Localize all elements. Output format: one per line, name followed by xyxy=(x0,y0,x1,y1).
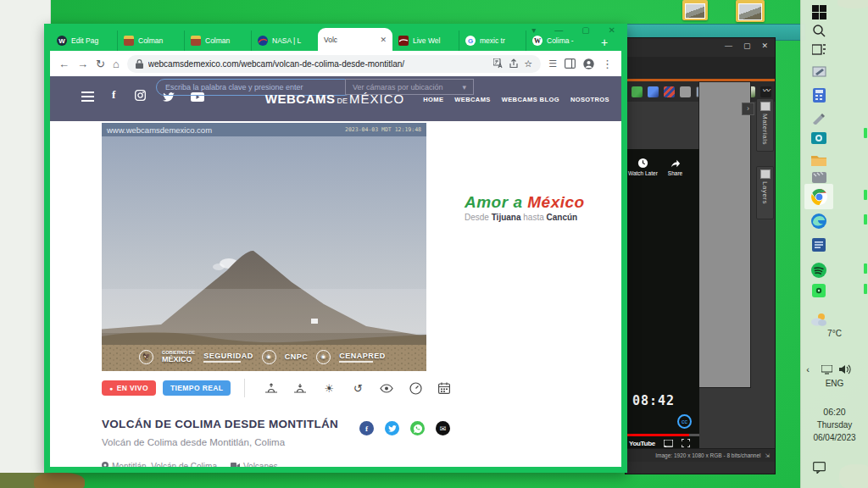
edge-app-icon[interactable] xyxy=(809,211,829,231)
forward-button[interactable]: → xyxy=(77,58,88,69)
tab-colman-2[interactable]: Colman xyxy=(184,30,251,51)
search-icon[interactable] xyxy=(809,20,829,41)
office-app-icon[interactable] xyxy=(809,235,829,255)
clock-time[interactable]: 06:20 xyxy=(801,407,868,417)
new-tab-button[interactable]: + xyxy=(601,34,608,51)
hamburger-menu-icon[interactable] xyxy=(81,90,94,105)
close-tab-icon[interactable]: ✕ xyxy=(380,36,387,44)
editor-canvas[interactable] xyxy=(698,81,751,388)
nav-webcams-blog[interactable]: WEBCAMS BLOG xyxy=(502,96,559,103)
map-pin-icon xyxy=(102,462,108,467)
live-badge[interactable]: ● EN VIVO xyxy=(102,380,156,396)
youtube-player[interactable]: Watch Later Share 08:42 cc YouTube xyxy=(626,149,699,448)
cast-icon[interactable] xyxy=(664,440,673,447)
tab-google-search[interactable]: G mexic tr xyxy=(459,30,526,51)
eye-icon[interactable] xyxy=(372,384,401,393)
language-indicator[interactable]: ENG xyxy=(801,379,868,388)
editor-maximize-button[interactable]: ▢ xyxy=(743,42,751,50)
video-progress-bar[interactable] xyxy=(626,434,699,436)
fullscreen-icon[interactable] xyxy=(682,439,690,447)
background-window xyxy=(0,0,51,473)
materials-dock-tab[interactable]: Materials xyxy=(756,98,774,152)
tab-edit-page[interactable]: W Edit Pag xyxy=(51,30,117,51)
address-bar[interactable]: webcamsdemexico.com/webcam/volcan-de-col… xyxy=(127,55,541,73)
spotify-app-icon[interactable] xyxy=(809,260,829,280)
browser-menu-icon[interactable]: ⋮ xyxy=(602,58,613,69)
start-button[interactable] xyxy=(809,2,829,22)
layers-dock-tab[interactable]: Layers xyxy=(756,166,774,219)
site-logo[interactable]: WEBCAMSDEMÉXICO xyxy=(259,92,411,107)
promo-banner[interactable]: Amor a México Desde Tijuana hasta Cancún xyxy=(465,193,613,222)
tab-nasa[interactable]: NASA | L xyxy=(251,30,318,51)
twitter-share-button[interactable] xyxy=(385,421,399,435)
whiteboard-app-icon[interactable] xyxy=(809,61,829,81)
share-button[interactable]: Share xyxy=(668,158,682,176)
sun-icon[interactable]: ☀ xyxy=(314,382,343,395)
tab-live-webcam[interactable]: Live Wel xyxy=(392,30,459,51)
stripes-tool-icon[interactable] xyxy=(664,86,675,97)
sunrise-icon[interactable] xyxy=(257,382,286,394)
site-header: f Ver cámaras por ubicación ▾ WEBCAMSDEM… xyxy=(50,76,621,121)
email-share-button[interactable]: ✉ xyxy=(436,421,450,435)
brush-icon[interactable] xyxy=(648,86,659,97)
side-panel-icon[interactable] xyxy=(565,58,576,69)
weather-temp-label[interactable]: 7°C xyxy=(801,329,868,338)
watch-later-button[interactable]: Watch Later xyxy=(628,158,658,176)
folder-thumbnail xyxy=(738,3,762,20)
monitor-tray-icon[interactable] xyxy=(816,359,837,380)
nav-webcams[interactable]: WEBCAMS xyxy=(454,96,490,103)
selection-tool-icon[interactable] xyxy=(680,86,691,97)
clock-day[interactable]: Thursday xyxy=(801,420,868,430)
youtube-logo[interactable]: YouTube xyxy=(629,440,655,447)
category-tag[interactable]: Volcanes xyxy=(231,462,278,467)
webcam-image[interactable]: www.webcamsdemexico.com 2023-04-03 MDT 1… xyxy=(102,123,426,371)
weather-icon[interactable] xyxy=(809,310,829,330)
profile-avatar[interactable] xyxy=(583,58,594,69)
pen-tool-app-icon[interactable] xyxy=(809,108,829,129)
page-title: VOLCÁN DE COLIMA DESDE MONTITLÁN xyxy=(102,418,338,430)
desktop-folder-icon[interactable] xyxy=(736,0,765,22)
bookmark-star-icon[interactable]: ☆ xyxy=(524,58,532,69)
compass-icon[interactable] xyxy=(401,382,430,395)
green-utility-app-icon[interactable] xyxy=(809,280,829,301)
tray-expand-chevron[interactable]: ‹ xyxy=(801,359,815,380)
gobierno-eagle-icon: 🦅 xyxy=(139,350,153,364)
camera-app-icon[interactable] xyxy=(809,128,829,148)
nav-home[interactable]: HOME xyxy=(423,96,443,103)
editor-close-button[interactable]: ✕ xyxy=(761,42,768,50)
new-image-icon[interactable] xyxy=(632,86,643,97)
facebook-icon[interactable]: f xyxy=(112,88,115,102)
facebook-share-button[interactable]: f xyxy=(359,421,374,435)
nav-nosotros[interactable]: NOSOTROS xyxy=(570,96,609,103)
tag-row: Montitlán, Volcán de Colima Volcanes xyxy=(102,462,278,467)
instagram-icon[interactable] xyxy=(135,89,146,104)
reading-list-icon[interactable]: ☰ xyxy=(548,59,557,69)
sunset-icon[interactable] xyxy=(286,382,314,394)
calendar-icon[interactable] xyxy=(430,382,459,394)
clock-date[interactable]: 06/04/2023 xyxy=(801,433,868,442)
signature-tool-icon[interactable]: 〰 xyxy=(760,86,771,97)
desktop-folder-icon[interactable] xyxy=(682,0,708,20)
realtime-button[interactable]: TIEMPO REAL xyxy=(163,380,231,396)
location-tag[interactable]: Montitlán, Volcán de Colima xyxy=(102,462,217,467)
editor-minimize-button[interactable]: — xyxy=(725,42,732,50)
chrome-app-icon[interactable] xyxy=(809,186,829,207)
reload-button[interactable]: ↻ xyxy=(96,58,105,69)
calculator-app-icon[interactable] xyxy=(809,85,829,105)
browser-window: ▾ — ▢ ✕ W Edit Pag Colman Colman NASA | … xyxy=(44,24,627,473)
whatsapp-share-button[interactable] xyxy=(410,421,425,435)
subtitles-icon[interactable]: cc xyxy=(677,414,692,429)
tab-wikipedia-colima[interactable]: W Colima - xyxy=(526,30,593,51)
action-center-icon[interactable] xyxy=(809,458,829,478)
tab-volcan-active[interactable]: Volc ✕ xyxy=(318,28,392,51)
translate-icon[interactable] xyxy=(493,58,504,69)
chevron-right-icon[interactable]: › xyxy=(742,103,754,115)
tab-colman-1[interactable]: Colman xyxy=(117,30,184,51)
back-button[interactable]: ← xyxy=(58,58,70,69)
volume-tray-icon[interactable] xyxy=(835,359,855,380)
resize-grip-icon[interactable]: ⇲ xyxy=(765,452,770,459)
share-icon[interactable] xyxy=(509,58,519,69)
history-icon[interactable]: ↺ xyxy=(343,382,372,395)
home-button[interactable]: ⌂ xyxy=(113,58,120,69)
task-view-button[interactable] xyxy=(809,39,829,59)
